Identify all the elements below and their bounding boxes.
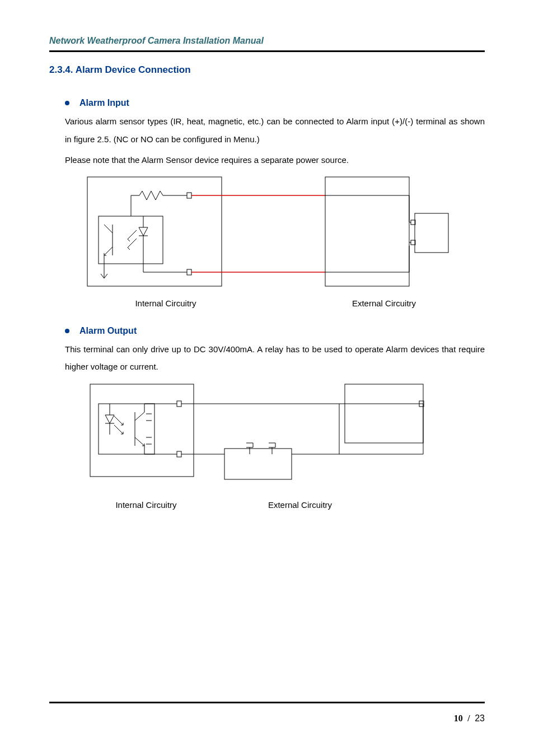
svg-rect-16 (187, 193, 191, 198)
svg-line-39 (114, 425, 123, 434)
alarm-output-heading-row: Alarm Output (65, 326, 485, 336)
svg-rect-48 (177, 451, 181, 457)
svg-rect-22 (325, 177, 409, 286)
alarm-output-heading: Alarm Output (79, 326, 137, 336)
section-title: 2.3.4. Alarm Device Connection (49, 64, 485, 76)
svg-line-42 (135, 437, 144, 446)
alarm-input-paragraph-1: Various alarm sensor types (IR, heat, ma… (65, 113, 485, 148)
svg-rect-55 (224, 449, 292, 479)
bullet-icon (65, 329, 69, 333)
caption-internal-circuitry: Internal Circuitry (87, 298, 244, 308)
svg-rect-0 (87, 177, 222, 286)
alarm-output-circuit-svg (65, 381, 468, 493)
svg-rect-20 (187, 269, 191, 275)
document-header: Network Weatherproof Camera Installation… (49, 36, 485, 52)
section-heading: Alarm Device Connection (76, 64, 191, 75)
caption-external-circuitry: External Circuitry (244, 500, 356, 510)
caption-internal-circuitry: Internal Circuitry (87, 500, 205, 510)
section-number: 2.3.4. (49, 64, 73, 75)
alarm-output-paragraph-1: This terminal can only drive up to DC 30… (65, 340, 485, 376)
alarm-input-captions: Internal Circuitry External Circuitry (65, 298, 485, 308)
page-current: 10 (454, 713, 463, 723)
page-separator: / (467, 713, 470, 723)
page: Network Weatherproof Camera Installation… (0, 0, 534, 756)
alarm-output-captions: Internal Circuitry External Circuitry (65, 500, 485, 510)
page-number: 10 / 23 (454, 713, 485, 724)
svg-rect-33 (99, 404, 154, 454)
svg-line-13 (104, 247, 113, 255)
svg-rect-61 (345, 384, 423, 443)
svg-rect-32 (90, 384, 194, 477)
alarm-input-circuit-svg (65, 174, 468, 292)
bullet-icon (65, 101, 69, 105)
alarm-input-diagram (65, 174, 485, 292)
svg-rect-45 (177, 401, 181, 407)
svg-line-12 (104, 225, 113, 233)
alarm-output-diagram (65, 381, 485, 493)
alarm-input-heading-row: Alarm Input (65, 98, 485, 108)
svg-line-41 (135, 412, 144, 421)
content-body: Alarm Input Various alarm sensor types (… (49, 98, 485, 510)
svg-rect-4 (99, 216, 163, 264)
footer-rule (49, 702, 485, 703)
caption-external-circuitry: External Circuitry (328, 298, 440, 308)
svg-line-38 (114, 416, 123, 425)
svg-marker-6 (139, 227, 148, 236)
svg-marker-35 (105, 415, 114, 423)
svg-rect-27 (415, 213, 448, 253)
page-total: 23 (475, 713, 485, 723)
alarm-input-paragraph-2: Please note that the Alarm Sensor device… (65, 152, 485, 169)
alarm-input-heading: Alarm Input (79, 98, 129, 108)
